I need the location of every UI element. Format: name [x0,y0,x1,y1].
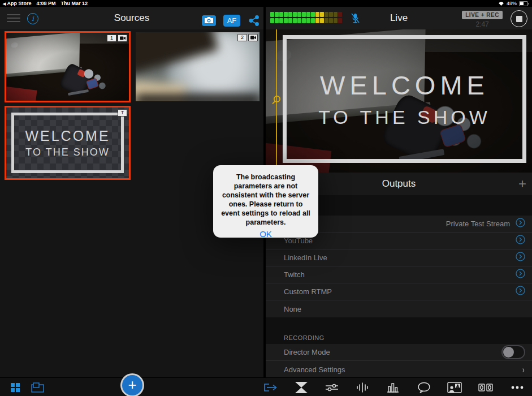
output-row-twitch[interactable]: Twitch [266,266,532,283]
output-row-linkedin-live[interactable]: LinkedIn Live [266,249,532,266]
scoreboard-icon[interactable] [477,378,494,396]
source-thumb-camera-1[interactable]: 1 [5,31,131,102]
layout-pip-icon[interactable] [29,378,46,396]
audio-level-meter [270,12,342,23]
output-row-none[interactable]: None [266,300,532,317]
chevron-circle-icon [516,286,525,298]
audio-levels-icon[interactable] [354,378,371,396]
info-icon[interactable]: i [27,13,38,24]
plus-icon: + [128,377,136,392]
recording-settings-list: Director Mode Advanced Settings › [266,344,532,378]
output-row-custom-rtmp[interactable]: Custom RTMP [266,283,532,300]
more-icon[interactable] [509,378,526,396]
camera-2-preview [136,32,259,101]
battery-percent: 48% [507,1,517,6]
source-number-badge: 1 [107,35,116,42]
video-camera-badge-icon [248,34,258,41]
comments-icon[interactable] [416,378,432,396]
multiview-grid-icon[interactable] [7,378,24,396]
camera-icon [204,16,214,26]
stream-timer: 2:47 [462,20,503,28]
menu-icon[interactable] [7,14,20,22]
back-to-app[interactable]: ◀ App Store [3,1,32,6]
add-source-button[interactable]: + [120,373,144,396]
stop-icon [516,16,522,22]
mic-muted-icon[interactable] [349,12,361,24]
chevron-circle-icon [516,252,525,264]
source-thumb-title[interactable]: WELCOME TO THE SHOW T [5,106,131,180]
output-value: Private Test Stream [446,219,510,228]
overlay-line2: TO THE SHOW [318,106,491,128]
stats-icon[interactable] [384,378,401,396]
source-number-badge: 2 [237,34,247,41]
share-icon[interactable] [249,15,259,26]
wipe-transition-icon[interactable] [293,378,310,396]
wifi-icon [498,1,504,6]
recording-section-label: RECORDING [284,334,325,341]
director-mode-row: Director Mode [266,344,532,361]
chevron-circle-icon [516,218,525,230]
title-badge: T [118,109,127,117]
transition-take-icon[interactable] [262,378,279,396]
sources-header: i Sources AF [0,7,263,29]
alert-message: The broadcasting parameters are not cons… [220,173,311,227]
advanced-settings-row[interactable]: Advanced Settings › [266,361,532,378]
source-thumb-camera-2[interactable]: 2 [136,32,259,101]
guests-pip-icon[interactable] [446,378,463,396]
autofocus-button[interactable]: AF [223,15,240,27]
video-camera-badge-icon [118,35,127,42]
chevron-right-icon: › [522,365,525,375]
camera-1-preview [6,33,129,101]
alert-ok-button[interactable]: OK [220,227,311,241]
status-date: Thu Mar 12 [61,1,88,6]
bottom-toolbar: Select [0,377,532,396]
status-time: 4:08 PM [37,1,56,6]
chevron-circle-icon [516,269,525,281]
chevron-circle-icon [516,235,525,247]
magnifier-icon[interactable] [270,94,282,106]
stop-record-button[interactable] [511,10,527,27]
title-card-line1: WELCOME [25,128,110,144]
title-card-line2: TO THE SHOW [25,147,109,158]
live-rec-badge: LIVE + REC [462,11,503,19]
flip-camera-button[interactable] [202,15,216,26]
alert-dialog: The broadcasting parameters are not cons… [213,165,318,238]
back-arrow-icon: ◀ [3,2,6,6]
overlay-line1: WELCOME [320,70,489,101]
audio-mixer-icon[interactable] [323,378,340,396]
live-program-preview[interactable]: WELCOME TO THE SHOW [266,29,532,173]
program-title-overlay: WELCOME TO THE SHOW [283,35,526,163]
status-bar: ◀ App Store 4:08 PM Thu Mar 12 48% [0,0,532,7]
live-header: Live LIVE + REC 2:47 [266,7,532,29]
add-output-button[interactable]: + [518,177,526,191]
title-card-preview: WELCOME TO THE SHOW [6,107,129,178]
director-mode-toggle[interactable] [501,345,525,359]
title-card-frame: WELCOME TO THE SHOW [11,113,124,173]
battery-icon [519,1,529,6]
